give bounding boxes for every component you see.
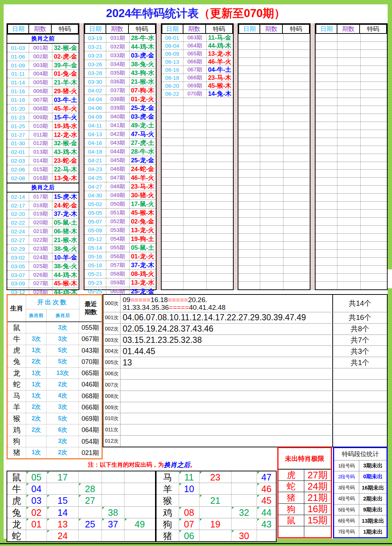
header-recent-period: 最近期数 — [79, 295, 102, 321]
frequency-label-cell: 007次 — [103, 380, 120, 391]
period-cell — [260, 98, 284, 106]
zodiac-number-row: 狗071943 — [157, 518, 276, 530]
code-cell: 21-猴-水 — [130, 78, 156, 86]
date-cell: 01-03 — [7, 44, 29, 52]
table-row — [316, 186, 387, 194]
table-row: 05-14055期05-鼠-土 — [84, 244, 156, 252]
number-cell — [199, 507, 231, 519]
date-cell: 01-25 — [7, 122, 29, 130]
table-header-row: 日期期数特码 — [162, 24, 233, 34]
date-cell: 04-11 — [84, 121, 106, 130]
period-table-group-3: 日期期数特码06-01063期11-马-金06-04064期44-鸡-木06-0… — [161, 23, 234, 290]
table-row: 02-08016期13-兔-木 — [7, 174, 79, 183]
period-cell: 049期 — [106, 191, 130, 199]
number-cell — [102, 530, 124, 542]
code-cell: 29-猪-火 — [52, 87, 79, 95]
segment-label-cell: 4段号码 — [334, 494, 359, 504]
frequency-label-cell: 009次 — [103, 402, 120, 413]
table-row — [162, 226, 233, 234]
zodiac-name-cell: 羊 — [157, 483, 179, 495]
date-cell — [238, 210, 260, 217]
table-row — [162, 130, 233, 138]
frequency-total-cell — [332, 368, 387, 379]
date-cell — [316, 66, 337, 74]
period-cell: 068期 — [183, 74, 207, 82]
period-cell: 052期 — [106, 217, 130, 226]
table-row: 06-13066期46-羊-火 — [162, 58, 233, 66]
period-cell — [260, 178, 284, 185]
number-cell: 28 — [79, 483, 102, 495]
frequency-total-cell: 共3个 — [332, 346, 387, 357]
column-header-code: 特码 — [359, 24, 387, 34]
code-cell — [361, 170, 387, 177]
table-row — [162, 170, 233, 178]
date-cell: 02-22 — [7, 218, 29, 227]
table-row — [238, 170, 310, 178]
segment-stats-row: 3段号码16期未出 — [334, 483, 387, 494]
code-cell: 13-龙-水 — [207, 50, 233, 58]
code-cell — [284, 106, 310, 114]
title-main: 2024年特码统计表 — [106, 6, 199, 21]
number-cell: 05 — [26, 471, 47, 483]
column-header-code: 特码 — [205, 24, 233, 34]
code-cell: 45-羊-火 — [52, 104, 79, 113]
missing-zodiac-name-cell: 蛇 — [278, 481, 304, 492]
date-cell — [238, 202, 260, 209]
period-cell — [337, 66, 361, 74]
segment-label-cell: 3段号码 — [334, 483, 359, 493]
after-count-cell: 3次 — [47, 436, 79, 447]
period-cell — [260, 234, 284, 241]
period-cell — [260, 226, 284, 233]
date-cell — [238, 98, 260, 106]
missing-zodiac-periods-cell: 24期 — [304, 481, 331, 492]
date-cell — [316, 146, 337, 154]
table-row — [316, 50, 387, 58]
date-cell — [162, 234, 183, 241]
table-row: 01-14005期21-羊-木 — [7, 78, 79, 87]
date-cell — [316, 98, 337, 106]
table-row — [162, 274, 233, 282]
code-cell — [284, 90, 310, 98]
missing-zodiac-periods-cell: 15期 — [304, 515, 331, 526]
period-cell: 055期 — [106, 244, 130, 252]
segment-value-cell: 1期未出 — [359, 527, 387, 537]
period-cell — [183, 282, 207, 289]
date-cell — [316, 258, 337, 265]
number-cell: 03 — [26, 495, 47, 507]
frequency-label-cell: 005次 — [103, 357, 120, 368]
date-cell: 06-04 — [162, 42, 183, 50]
date-cell: 01-09 — [7, 61, 29, 70]
period-cell: 015期 — [29, 165, 52, 174]
code-cell: 03-虎-金 — [130, 51, 156, 60]
code-cell — [284, 282, 310, 289]
code-cell — [361, 266, 387, 273]
period-cell — [183, 250, 207, 257]
table-row — [238, 50, 310, 58]
table-row: 01-16006期29-猪-火 — [7, 87, 79, 96]
number-cell: 37 — [102, 518, 124, 530]
table-row: 04-21045期25-龙-金 — [84, 156, 156, 165]
table-header-row: 日期期数特码 — [84, 24, 156, 34]
table-row — [316, 106, 387, 114]
bottom-divider — [0, 543, 392, 544]
table-row — [316, 218, 387, 226]
code-cell: 03-虎-金 — [130, 112, 156, 121]
table-row: 04-02037期07-狗-木 — [84, 86, 156, 95]
code-cell — [207, 202, 233, 209]
code-cell: 44-鸡-木 — [52, 271, 79, 279]
zodiac-name-cell: 兔 — [7, 507, 26, 519]
table-row — [316, 258, 387, 266]
period-cell: 057期 — [106, 261, 130, 269]
zodiac-number-row: 羊1046 — [157, 483, 276, 495]
segment-value-cell: 9期未出 — [359, 505, 387, 515]
zodiac-name-cell: 虎 — [7, 495, 26, 507]
header-count-title: 开出次数 — [26, 295, 79, 309]
date-cell — [316, 82, 337, 90]
code-cell: 49-龙-土 — [130, 121, 156, 130]
date-cell: 04-27 — [84, 182, 106, 191]
column-header-period: 期数 — [337, 24, 360, 34]
table-row — [238, 82, 310, 90]
code-cell — [207, 130, 233, 138]
frequency-label-cell: 012次 — [103, 436, 120, 447]
period-cell — [260, 218, 284, 225]
